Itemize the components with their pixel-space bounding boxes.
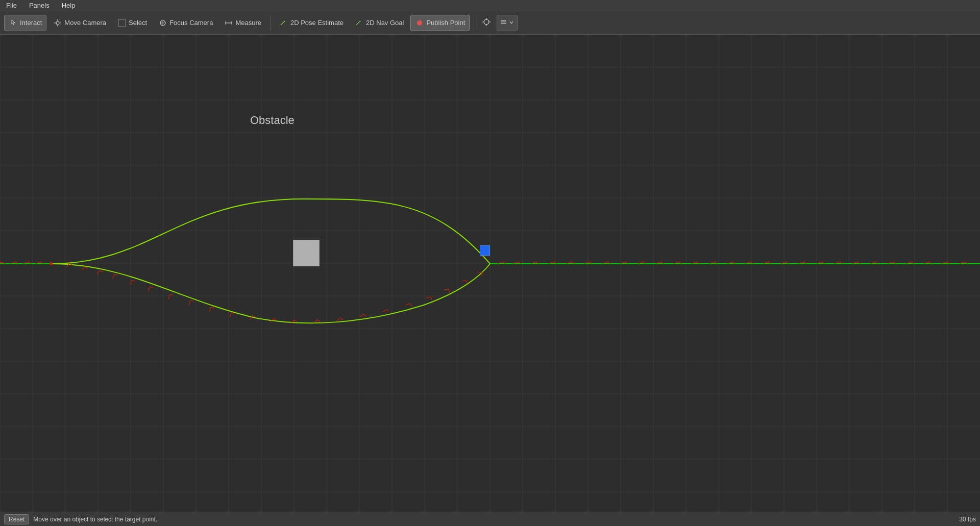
menu-help[interactable]: Help xyxy=(59,1,79,10)
nav-goal-button[interactable]: 2D Nav Goal xyxy=(350,15,408,31)
svg-line-36 xyxy=(96,270,101,274)
svg-point-0 xyxy=(56,21,59,24)
toolbar-separator-1 xyxy=(270,15,271,31)
toolbar-dropdown-icon xyxy=(500,18,507,27)
svg-line-47 xyxy=(190,299,193,302)
crosshair-icon xyxy=(482,17,491,28)
measure-button[interactable]: Measure xyxy=(219,15,266,31)
toolbar-separator-2 xyxy=(474,15,474,31)
svg-line-40 xyxy=(129,280,133,285)
svg-line-66 xyxy=(406,303,410,306)
svg-line-68 xyxy=(426,295,431,299)
publish-point-button[interactable]: Publish Point xyxy=(410,15,470,31)
path-svg xyxy=(0,35,980,526)
select-icon xyxy=(117,18,127,28)
svg-line-50 xyxy=(228,312,233,317)
svg-line-38 xyxy=(111,274,116,279)
svg-line-39 xyxy=(114,273,117,277)
svg-line-72 xyxy=(462,279,467,283)
svg-line-67 xyxy=(410,304,412,307)
chevron-down-icon xyxy=(509,19,514,27)
status-text: Move over an object to select the target… xyxy=(33,516,157,523)
svg-line-65 xyxy=(387,310,389,312)
svg-point-132 xyxy=(50,262,53,265)
svg-line-61 xyxy=(340,317,343,320)
pose-estimate-button[interactable]: 2D Pose Estimate xyxy=(275,15,348,31)
reset-button[interactable]: Reset xyxy=(4,514,29,524)
toolbar-dropdown-button[interactable] xyxy=(497,15,518,31)
svg-line-46 xyxy=(187,300,192,305)
svg-line-69 xyxy=(430,297,433,300)
svg-line-70 xyxy=(444,288,449,292)
menu-panels[interactable]: Panels xyxy=(26,1,53,10)
svg-line-71 xyxy=(448,289,451,292)
viewport[interactable]: Obstacle Reset Move over an object to se… xyxy=(0,35,980,526)
svg-line-74 xyxy=(477,270,482,274)
measure-icon xyxy=(224,18,233,28)
move-camera-icon xyxy=(53,18,62,28)
move-camera-button[interactable]: Move Camera xyxy=(48,15,111,31)
interact-icon xyxy=(9,18,18,28)
svg-line-58 xyxy=(313,319,318,323)
svg-line-34 xyxy=(81,267,85,270)
obstacle-box xyxy=(293,240,320,266)
target-point xyxy=(480,245,490,256)
svg-rect-5 xyxy=(118,19,126,27)
svg-line-57 xyxy=(294,319,297,322)
svg-point-16 xyxy=(484,19,489,24)
svg-line-37 xyxy=(100,269,103,272)
interact-button[interactable]: Interact xyxy=(4,15,46,31)
svg-line-14 xyxy=(356,21,360,25)
pose-estimate-icon xyxy=(279,18,288,28)
focus-camera-icon xyxy=(158,18,167,28)
publish-point-icon xyxy=(415,18,424,28)
svg-line-60 xyxy=(336,318,341,321)
svg-line-48 xyxy=(208,307,212,312)
svg-line-45 xyxy=(170,293,173,296)
svg-line-41 xyxy=(132,279,135,282)
select-button[interactable]: Select xyxy=(113,15,152,31)
publish-dot xyxy=(417,20,422,26)
svg-line-62 xyxy=(360,314,364,317)
svg-line-59 xyxy=(317,319,320,322)
menubar: File Panels Help xyxy=(0,0,980,11)
svg-line-64 xyxy=(383,309,387,312)
statusbar: Reset Move over an object to select the … xyxy=(0,512,980,526)
fps-display: 30 fps xyxy=(959,516,976,523)
toolbar: Interact Move Camera Select xyxy=(0,11,980,35)
nav-goal-icon xyxy=(355,18,364,28)
menu-file[interactable]: File xyxy=(3,1,20,10)
svg-line-63 xyxy=(364,314,366,316)
svg-line-42 xyxy=(146,287,151,291)
crosshair-button[interactable] xyxy=(478,15,495,31)
svg-line-43 xyxy=(150,286,153,289)
svg-line-55 xyxy=(273,317,276,320)
svg-line-44 xyxy=(167,294,172,299)
focus-camera-button[interactable]: Focus Camera xyxy=(154,15,217,31)
svg-line-12 xyxy=(281,21,285,25)
